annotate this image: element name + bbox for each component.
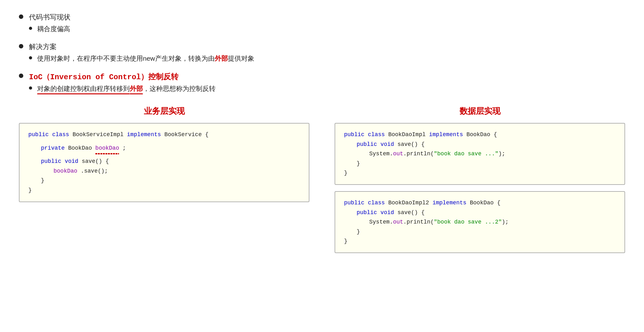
sub-list-item-3-1: 对象的创建控制权由程序转移到外部，这种思想称为控制反转 — [29, 84, 625, 93]
item2-label: 解决方案 — [29, 43, 57, 51]
r1-line-5: } — [344, 168, 616, 178]
code-line-1: public class BookServiceImpl implements … — [28, 130, 300, 140]
bullet-dot-1 — [19, 14, 23, 19]
right-code-column: 数据层实现 public class BookDaoImpl implement… — [335, 106, 625, 259]
sub-list-3: 对象的创建控制权由程序转移到外部，这种思想称为控制反转 — [29, 84, 625, 93]
list-item-2: 解决方案 使用对象时，在程序中不要主动使用new产生对象，转换为由外部提供对象 — [19, 42, 625, 66]
ioc-title: IoC（Inversion of Control）控制反转 — [29, 73, 178, 81]
left-column-title: 业务层实现 — [19, 106, 309, 117]
code-line-7: } — [28, 176, 300, 185]
underline-text-1: 对象的创建控制权由程序转移到 — [37, 84, 130, 93]
r1-line-1: public class BookDaoImpl implements Book… — [344, 130, 616, 140]
kw-private: private — [41, 145, 65, 151]
r2-line-5: } — [344, 236, 616, 246]
var-bookDao-call: bookDao — [54, 168, 77, 174]
sub-list-2: 使用对象时，在程序中不要主动使用new产生对象，转换为由外部提供对象 — [29, 54, 625, 63]
sub-list-item-1-1: 耦合度偏高 — [29, 25, 625, 33]
bold-red-2: 外部 — [215, 55, 228, 62]
kw-implements-1: implements — [127, 131, 161, 138]
sub-bullet-dot-2-1 — [29, 56, 32, 59]
code-line-8: } — [28, 185, 300, 195]
kw-class-1: class — [52, 131, 69, 138]
right-code-box-2: public class BookDaoImpl2 implements Boo… — [335, 191, 625, 253]
r1-line-4: } — [344, 159, 616, 169]
left-code-column: 业务层实现 public class BookServiceImpl imple… — [19, 106, 309, 208]
list-item-3: IoC（Inversion of Control）控制反转 对象的创建控制权由程… — [19, 72, 625, 96]
code-spacer-1 — [28, 140, 300, 143]
sub-item-2-1-text: 使用对象时，在程序中不要主动使用new产生对象，转换为由外部提供对象 — [37, 54, 254, 63]
bullet-dot-3 — [19, 74, 23, 78]
sub-bullet-dot-1-1 — [29, 27, 32, 30]
squiggle-bookDao: bookDao — [95, 143, 119, 153]
kw-void-1: void — [65, 158, 78, 164]
code-line-6: bookDao .save(); — [28, 166, 300, 176]
kw-public-2: public — [41, 158, 61, 164]
r1-line-3: System.out.println("book dao save ..."); — [344, 149, 616, 159]
sub-item-3-1-text: 对象的创建控制权由程序转移到外部，这种思想称为控制反转 — [37, 84, 216, 93]
r2-line-1: public class BookDaoImpl2 implements Boo… — [344, 198, 616, 208]
sub-list-item-2-1: 使用对象时，在程序中不要主动使用new产生对象，转换为由外部提供对象 — [29, 54, 625, 63]
bold-red-3: 外部 — [130, 84, 143, 93]
code-spacer-2 — [28, 153, 300, 157]
bullet-dot-2 — [19, 44, 23, 48]
r2-line-4: } — [344, 227, 616, 237]
sub-list-1: 耦合度偏高 — [29, 25, 625, 33]
var-bookDao: bookDao — [95, 145, 122, 151]
code-line-3: private BookDao bookDao ; — [28, 143, 300, 153]
sub-bullet-dot-3-1 — [29, 86, 32, 90]
right-code-box-1: public class BookDaoImpl implements Book… — [335, 123, 625, 185]
r2-line-3: System.out.println("book dao save ...2")… — [344, 217, 616, 227]
list-item-1: 代码书写现状 耦合度偏高 — [19, 13, 625, 36]
r2-line-2: public void save() { — [344, 208, 616, 218]
code-line-5: public void save() { — [28, 157, 300, 166]
kw-public-1: public — [28, 131, 49, 138]
code-section: 业务层实现 public class BookServiceImpl imple… — [19, 106, 625, 259]
right-column-title: 数据层实现 — [335, 106, 625, 117]
r1-line-2: public void save() { — [344, 140, 616, 149]
item1-label: 代码书写现状 — [29, 13, 71, 21]
left-code-box: public class BookServiceImpl implements … — [19, 123, 309, 202]
main-bullet-list: 代码书写现状 耦合度偏高 解决方案 使用对象时，在程序中不要主动使用new产生对… — [19, 13, 625, 96]
sub-item-1-1-text: 耦合度偏高 — [37, 25, 70, 33]
